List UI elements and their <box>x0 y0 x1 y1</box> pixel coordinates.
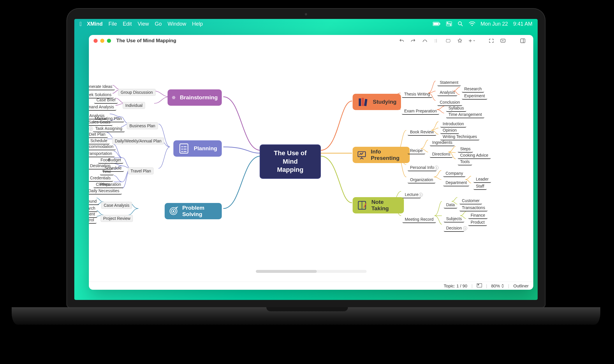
sub-staff[interactable]: Staff <box>474 183 487 190</box>
menubar-time[interactable]: 9:41 AM <box>513 21 532 27</box>
sub-company[interactable]: Company <box>443 170 465 177</box>
sub-ingredients[interactable]: Ingredients <box>430 139 455 146</box>
map-overview-icon[interactable] <box>477 283 482 288</box>
sub-accommodation[interactable]: Accommodation <box>89 143 116 150</box>
topic-note-taking[interactable]: Note Taking <box>353 197 404 213</box>
pitch-icon[interactable] <box>499 37 506 44</box>
menubar-view[interactable]: View <box>138 21 149 27</box>
sub-statement[interactable]: Statement <box>437 79 461 86</box>
svg-point-9 <box>472 25 473 26</box>
app-name[interactable]: XMind <box>87 21 103 27</box>
control-center-icon[interactable] <box>446 22 452 26</box>
sub-book-review[interactable]: Book Review <box>408 129 436 136</box>
sub-data[interactable]: Data <box>444 202 457 208</box>
sub-leader[interactable]: Leader <box>474 176 491 183</box>
outliner-button[interactable]: Outliner <box>513 283 529 288</box>
summary-icon[interactable] <box>433 37 440 44</box>
sub-daily-plan[interactable]: Daily/Weekly/Annual Plan <box>112 137 164 144</box>
sub-experiment[interactable]: Experiment <box>462 93 487 100</box>
close-button[interactable] <box>94 39 98 43</box>
sub-product[interactable]: Product <box>468 219 487 226</box>
sub-decision[interactable]: Decision <box>444 225 464 232</box>
topic-planning[interactable]: Planning <box>173 140 222 157</box>
sub-analysis[interactable]: Analysis <box>437 89 457 96</box>
sub-transactions[interactable]: Transactions <box>460 204 488 211</box>
sub-meeting-record[interactable]: Meeting Record <box>402 216 436 223</box>
sub-introduction[interactable]: Introduction <box>440 121 466 128</box>
menubar-date[interactable]: Mon Jun 22 <box>481 21 508 27</box>
sub-exam-prep[interactable]: Exam Preparation <box>402 108 439 115</box>
sub-case-analysis[interactable]: Case Analysis <box>101 202 132 209</box>
relationship-icon[interactable] <box>421 37 428 44</box>
sub-daily-necessities[interactable]: Daily Necessities <box>89 188 122 195</box>
horizontal-scrollbar[interactable] <box>256 270 367 273</box>
wifi-icon[interactable] <box>469 22 475 26</box>
svg-rect-22 <box>359 98 361 106</box>
sub-clothes[interactable]: Clothes <box>94 181 112 188</box>
insert-icon[interactable] <box>468 37 475 44</box>
minimize-button[interactable] <box>100 39 104 43</box>
number-badge: 1 <box>463 226 467 230</box>
sub-background[interactable]: Background <box>89 198 99 205</box>
marker-icon[interactable] <box>456 37 463 44</box>
sub-cooking-advice[interactable]: Cooking Advice <box>458 152 491 159</box>
sub-steps[interactable]: Steps <box>458 146 473 153</box>
zen-icon[interactable] <box>488 37 495 44</box>
boundary-icon[interactable] <box>445 37 452 44</box>
sub-personal-info[interactable]: Personal Info <box>408 164 437 171</box>
sub-diet-plan[interactable]: Diet Plan <box>89 131 108 138</box>
sub-syllabus[interactable]: Syllabus <box>446 105 466 112</box>
topic-studying-label: Studying <box>373 99 396 105</box>
undo-icon[interactable] <box>398 37 405 44</box>
topic-info-label: Info Presenting <box>371 149 406 161</box>
sub-directions[interactable]: Directions <box>430 151 453 158</box>
sub-finance[interactable]: Finance <box>468 212 488 219</box>
sub-customer[interactable]: Customer <box>460 197 482 204</box>
sub-sales-goals[interactable]: Sales Goals <box>89 119 112 126</box>
sub-cost-control[interactable]: Cost Control <box>89 217 96 224</box>
sub-group-discussion[interactable]: Group Discussion <box>118 89 156 96</box>
sub-business-plan[interactable]: Business Plan <box>127 122 158 129</box>
redo-icon[interactable] <box>410 37 417 44</box>
sub-subjects[interactable]: Subjects <box>444 215 464 222</box>
menubar-go[interactable]: Go <box>155 21 162 27</box>
central-topic[interactable]: The Use of Mind Mapping <box>260 144 321 179</box>
sub-credentials[interactable]: Credentials <box>89 175 113 182</box>
sub-generate-ideas[interactable]: Generate Ideas <box>89 83 115 90</box>
menubar-file[interactable]: File <box>108 21 117 27</box>
mindmap-canvas[interactable]: The Use of Mind Mapping Brainstorming Pl… <box>89 47 533 282</box>
sub-organization[interactable]: Organization <box>408 176 435 183</box>
sub-case-brief[interactable]: Case Brief <box>94 97 118 104</box>
menubar-help[interactable]: Help <box>192 21 203 27</box>
search-icon[interactable] <box>458 21 463 26</box>
sub-competitor-analysis[interactable]: Competitor Analysis <box>89 112 107 119</box>
apple-logo-icon[interactable]:  <box>80 21 82 27</box>
menubar-edit[interactable]: Edit <box>123 21 132 27</box>
sub-thesis-writing[interactable]: Thesis Writing <box>402 91 432 98</box>
zoom-control[interactable]: 80% <box>491 283 504 288</box>
svg-rect-24 <box>364 99 367 106</box>
svg-rect-10 <box>446 39 450 42</box>
sub-transportation[interactable]: Transportation <box>89 150 115 157</box>
sub-time-arrangement[interactable]: Time Arrangement <box>446 111 484 118</box>
format-panel-icon[interactable] <box>519 37 526 44</box>
sub-travel-plan[interactable]: Travel Plan <box>128 167 154 174</box>
status-bar: Topic: 1 / 90 | | 80% | Outliner <box>89 282 533 290</box>
sub-research-r[interactable]: Research <box>462 86 484 93</box>
sub-time[interactable]: Time <box>100 168 114 175</box>
menubar-window[interactable]: Window <box>168 21 186 27</box>
sub-tools[interactable]: Tools <box>458 158 472 165</box>
topic-studying[interactable]: Studying <box>353 94 401 110</box>
battery-icon[interactable] <box>433 22 440 26</box>
sub-department[interactable]: Department <box>443 179 469 186</box>
sub-lecture[interactable]: Lecture <box>402 191 421 198</box>
topic-info-presenting[interactable]: Info Presenting <box>353 147 410 163</box>
topic-problem-solving[interactable]: Problem Solving <box>165 203 222 219</box>
maximize-button[interactable] <box>107 39 111 43</box>
sub-project-review[interactable]: Project Review <box>101 215 133 222</box>
sub-recipe[interactable]: Recipe <box>408 147 425 154</box>
topic-brainstorming[interactable]: Brainstorming <box>168 89 222 106</box>
sub-individual[interactable]: Individual <box>123 102 145 109</box>
sub-demand-analysis[interactable]: Demand Analysis <box>89 104 116 111</box>
sub-opinion[interactable]: Opinion <box>440 127 459 134</box>
